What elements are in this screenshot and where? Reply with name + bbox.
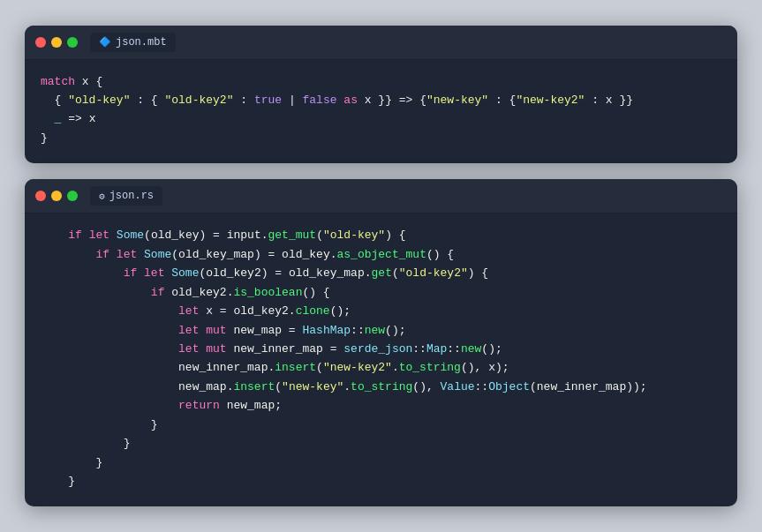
code-line-1: match x { [41,72,721,91]
rs-line-5: let x = old_key2.clone(); [41,302,721,320]
rs-line-7: let mut new_inner_map = serde_json::Map:… [41,340,721,358]
rs-line-14: } [41,472,721,491]
title-bar-rs: ⚙️ json.rs [25,179,737,214]
minimize-button-rs[interactable] [51,191,62,201]
code-line-2: { "old-key" : { "old-key2" : true | fals… [41,91,721,109]
tab-json-mbt[interactable]: 🔷 json.mbt [90,33,176,52]
traffic-lights [35,37,78,48]
rs-line-3: if let Some(old_key2) = old_key_map.get(… [41,264,721,282]
rs-line-2: if let Some(old_key_map) = old_key.as_ob… [41,245,721,264]
rs-line-12: } [41,434,721,453]
window-mbt: 🔷 json.mbt match x { { "old-key" : { "ol… [25,26,737,164]
maximize-button-rs[interactable] [67,191,78,201]
maximize-button[interactable] [67,37,78,48]
code-line-3: _ => x [41,109,721,128]
traffic-lights-rs [35,191,78,201]
code-line-4: } [41,129,721,147]
close-button-rs[interactable] [35,191,46,201]
rs-line-1: if let Some(old_key) = input.get_mut("ol… [41,226,721,244]
code-area-rs: if let Some(old_key) = input.get_mut("ol… [25,214,737,506]
tab-label-mbt: json.mbt [116,36,167,49]
window-rs: ⚙️ json.rs if let Some(old_key) = input.… [25,179,737,506]
rs-line-13: } [41,453,721,472]
rs-line-9: new_map.insert("new-key".to_string(), Va… [41,378,721,396]
tab-label-rs: json.rs [109,190,154,202]
file-icon-rs: ⚙️ [99,191,105,202]
rs-line-11: } [41,416,721,434]
rs-line-10: return new_map; [41,396,721,415]
rs-line-4: if old_key2.is_boolean() { [41,283,721,302]
title-bar-mbt: 🔷 json.mbt [25,26,737,60]
rs-line-8: new_inner_map.insert("new-key2".to_strin… [41,358,721,377]
file-icon-mbt: 🔷 [99,36,111,48]
rs-line-6: let mut new_map = HashMap::new(); [41,321,721,340]
minimize-button[interactable] [51,37,62,48]
tab-json-rs[interactable]: ⚙️ json.rs [90,186,162,206]
close-button[interactable] [35,37,46,48]
code-area-mbt: match x { { "old-key" : { "old-key2" : t… [25,60,737,164]
